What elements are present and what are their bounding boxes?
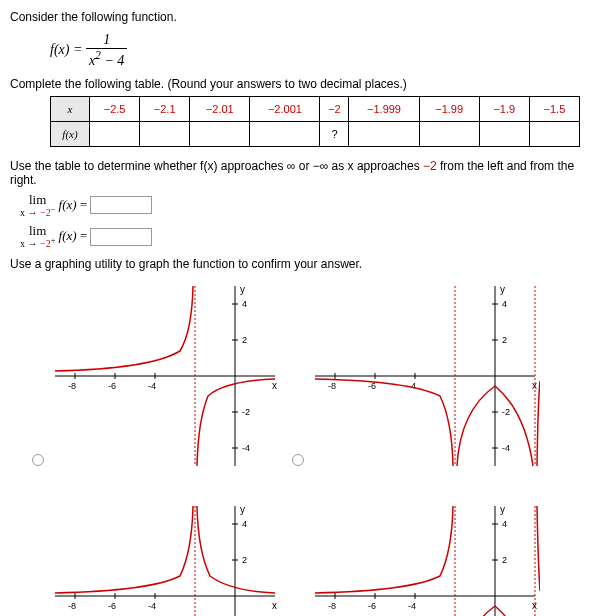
limits-instruction: Use the table to determine whether f(x) … — [10, 159, 588, 187]
svg-text:x: x — [532, 600, 537, 611]
fx-input-2[interactable] — [190, 121, 250, 146]
svg-text:4: 4 — [242, 299, 247, 309]
svg-text:2: 2 — [242, 335, 247, 345]
graph-option-4[interactable]: x y -8 -6 -4 4 2 -2 -4 — [310, 501, 540, 616]
svg-text:-6: -6 — [368, 601, 376, 611]
svg-text:-8: -8 — [328, 601, 336, 611]
svg-text:-4: -4 — [148, 381, 156, 391]
svg-text:-2: -2 — [502, 407, 510, 417]
svg-text:y: y — [240, 284, 245, 295]
svg-text:-4: -4 — [408, 601, 416, 611]
intro-text: Consider the following function. — [10, 10, 588, 24]
function-expression: f(x) = 1 x2 − 4 — [50, 32, 588, 69]
svg-text:2: 2 — [502, 555, 507, 565]
x-val-8: −1.5 — [529, 96, 579, 121]
svg-text:4: 4 — [242, 519, 247, 529]
graphs-container: x y -8 -6 -4 4 2 -2 -4 x y -8 -6 -4 4 2 … — [50, 281, 588, 616]
graph-option-2[interactable]: x y -8 -6 -4 4 2 -2 -4 — [310, 281, 540, 471]
radio-icon[interactable] — [32, 454, 44, 466]
svg-text:-4: -4 — [502, 443, 510, 453]
x-val-7: −1.9 — [479, 96, 529, 121]
svg-text:-8: -8 — [328, 381, 336, 391]
svg-text:-8: -8 — [68, 601, 76, 611]
svg-text:x: x — [532, 380, 537, 391]
graph-instruction: Use a graphing utility to graph the func… — [10, 257, 588, 271]
graph-option-3[interactable]: x y -8 -6 -4 4 2 -2 -4 — [50, 501, 280, 616]
svg-text:y: y — [500, 284, 505, 295]
x-val-5: −1.999 — [349, 96, 419, 121]
svg-text:y: y — [240, 504, 245, 515]
fx-input-1[interactable] — [140, 121, 190, 146]
svg-text:4: 4 — [502, 299, 507, 309]
svg-text:2: 2 — [242, 555, 247, 565]
svg-text:x: x — [272, 380, 277, 391]
fx-input-8[interactable] — [529, 121, 579, 146]
fx-input-7[interactable] — [479, 121, 529, 146]
limit-left: lim x → −2− f(x) = — [20, 193, 588, 218]
x-val-3: −2.001 — [250, 96, 320, 121]
fx-input-3[interactable] — [250, 121, 320, 146]
x-val-4: −2 — [320, 96, 349, 121]
x-val-6: −1.99 — [419, 96, 479, 121]
fx-input-0[interactable] — [90, 121, 140, 146]
fx-center: ? — [320, 121, 349, 146]
x-val-0: −2.5 — [90, 96, 140, 121]
svg-text:-4: -4 — [148, 601, 156, 611]
limit-right: lim x → −2+ f(x) = — [20, 224, 588, 249]
svg-text:-8: -8 — [68, 381, 76, 391]
svg-text:y: y — [500, 504, 505, 515]
row-label-fx: f(x) — [51, 121, 90, 146]
limit-left-input[interactable] — [90, 196, 152, 214]
table-instruction: Complete the following table. (Round you… — [10, 77, 588, 91]
x-val-2: −2.01 — [190, 96, 250, 121]
svg-text:-2: -2 — [242, 407, 250, 417]
limit-right-input[interactable] — [90, 228, 152, 246]
graph-option-1[interactable]: x y -8 -6 -4 4 2 -2 -4 — [50, 281, 280, 471]
svg-text:x: x — [272, 600, 277, 611]
svg-text:-6: -6 — [108, 601, 116, 611]
fx-input-5[interactable] — [349, 121, 419, 146]
svg-text:-6: -6 — [108, 381, 116, 391]
svg-text:-4: -4 — [242, 443, 250, 453]
fx-input-6[interactable] — [419, 121, 479, 146]
data-table: x −2.5 −2.1 −2.01 −2.001 −2 −1.999 −1.99… — [50, 96, 580, 147]
radio-icon[interactable] — [292, 454, 304, 466]
row-label-x: x — [51, 96, 90, 121]
svg-text:2: 2 — [502, 335, 507, 345]
x-val-1: −2.1 — [140, 96, 190, 121]
svg-text:4: 4 — [502, 519, 507, 529]
